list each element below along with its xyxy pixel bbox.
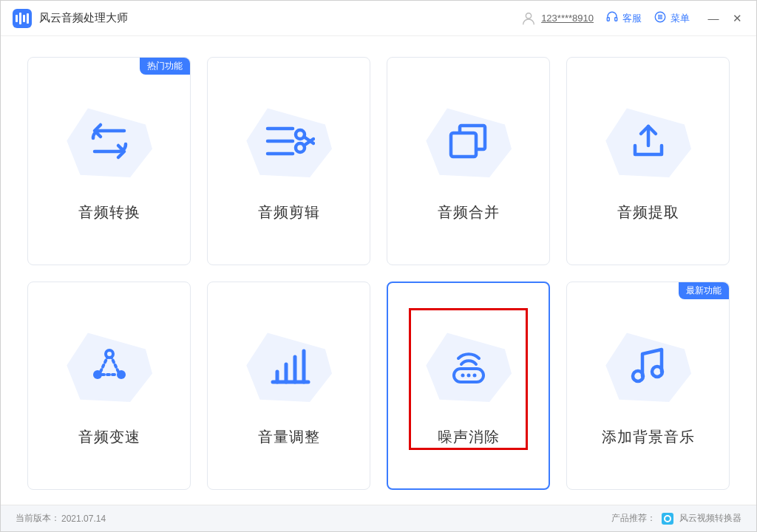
card-volume-adjust[interactable]: 音量调整: [207, 282, 370, 490]
card-audio-convert[interactable]: 热门功能 音频转换: [27, 57, 191, 265]
card-label: 添加背景音乐: [602, 427, 695, 447]
card-audio-cut[interactable]: 音频剪辑: [207, 57, 370, 265]
cut-icon: [241, 100, 337, 182]
svg-point-31: [633, 371, 643, 381]
user-account-link[interactable]: 123****8910: [520, 10, 594, 27]
headset-icon: [605, 10, 619, 26]
username: 123****8910: [541, 13, 594, 24]
card-add-bgm[interactable]: 最新功能 添加背景音乐: [566, 282, 730, 490]
recommend-product: 风云视频转换器: [679, 512, 741, 525]
card-audio-speed[interactable]: 音频变速: [27, 282, 191, 490]
extract-icon: [600, 100, 696, 182]
recommend-logo-icon: [662, 513, 673, 525]
merge-icon: [421, 100, 517, 182]
svg-rect-14: [451, 133, 476, 157]
card-label: 音频合并: [438, 202, 500, 222]
card-label: 音频剪辑: [258, 202, 320, 222]
card-label: 音频提取: [617, 202, 679, 222]
speed-icon: [61, 325, 157, 406]
svg-point-29: [466, 373, 470, 377]
menu-icon: [654, 10, 667, 26]
volume-icon: [241, 325, 337, 406]
svg-line-19: [101, 358, 107, 372]
card-label: 音频变速: [78, 427, 140, 447]
svg-rect-2: [615, 18, 617, 21]
card-label: 音频转换: [78, 202, 140, 222]
app-title: 风云音频处理大师: [39, 11, 128, 25]
footer: 当前版本： 2021.07.14 产品推荐： 风云视频转换器: [1, 505, 756, 531]
version-label: 当前版本：: [16, 512, 60, 525]
titlebar: 风云音频处理大师 123****8910 客服 菜单 — ✕: [1, 1, 756, 36]
minimize-button[interactable]: —: [706, 11, 721, 26]
card-audio-merge[interactable]: 音频合并: [387, 57, 550, 265]
svg-line-20: [112, 358, 118, 372]
music-icon: [600, 325, 696, 406]
svg-point-28: [461, 373, 464, 377]
version-value: 2021.07.14: [61, 514, 106, 524]
svg-rect-1: [607, 18, 609, 21]
avatar-icon: [520, 10, 537, 27]
feature-grid: 热门功能 音频转换 音频剪辑 音频合并: [1, 36, 756, 505]
convert-icon: [61, 100, 157, 182]
support-link[interactable]: 客服: [605, 10, 642, 26]
menu-link[interactable]: 菜单: [654, 10, 690, 26]
product-recommend-link[interactable]: 产品推荐： 风云视频转换器: [611, 512, 741, 525]
svg-point-32: [652, 366, 662, 377]
card-noise-remove[interactable]: 噪声消除: [387, 282, 550, 490]
recommend-label: 产品推荐：: [611, 512, 656, 525]
noise-icon: [421, 325, 517, 406]
close-button[interactable]: ✕: [730, 11, 744, 26]
hot-badge: 热门功能: [140, 58, 190, 75]
card-label: 音量调整: [258, 427, 320, 447]
app-logo-icon: [13, 9, 32, 28]
card-audio-extract[interactable]: 音频提取: [566, 57, 730, 265]
svg-point-30: [472, 373, 476, 377]
card-label: 噪声消除: [438, 427, 500, 447]
new-badge: 最新功能: [679, 282, 729, 299]
svg-point-0: [526, 13, 531, 18]
